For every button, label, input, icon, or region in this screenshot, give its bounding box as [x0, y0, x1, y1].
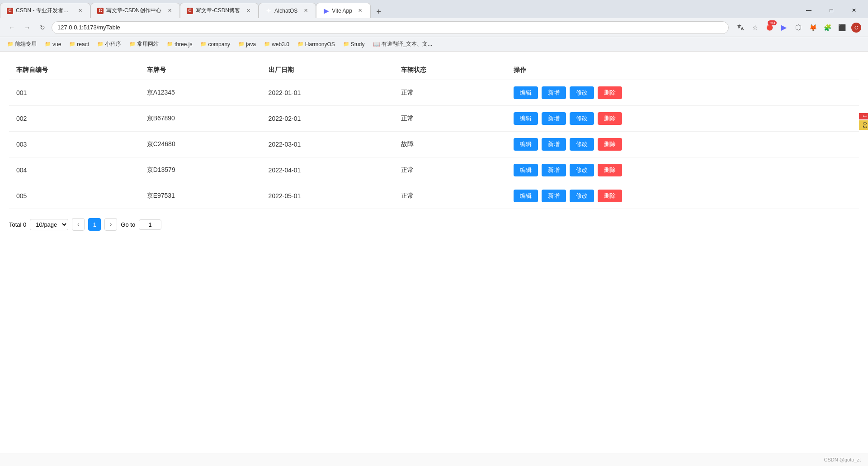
add-button[interactable]: 新增 [542, 190, 566, 202]
modify-button[interactable]: 修改 [570, 164, 594, 176]
tab-csdn2[interactable]: C 写文章-CSDN创作中心 ✕ [90, 3, 180, 18]
col-header-date: 出厂日期 [261, 61, 394, 80]
folder-icon-sites: 📁 [129, 41, 136, 47]
extension-icon-2[interactable]: ⬡ [792, 21, 805, 34]
page-next-button[interactable]: › [104, 218, 117, 231]
folder-icon-three: 📁 [167, 41, 173, 47]
add-button[interactable]: 新增 [542, 138, 566, 151]
folder-icon: 📁 [7, 41, 14, 47]
folder-icon-java: 📁 [238, 41, 245, 47]
bookmark-company[interactable]: 📁 company [197, 40, 234, 48]
footer: CSDN @goto_zt [0, 453, 868, 466]
cell-date: 2022-02-01 [261, 106, 394, 132]
translate-icon[interactable] [734, 21, 747, 34]
modify-button[interactable]: 修改 [570, 86, 594, 99]
edit-button[interactable]: 编辑 [514, 112, 538, 125]
add-button[interactable]: 新增 [542, 112, 566, 125]
page-size-select[interactable]: 10/page 20/page 50/page [30, 219, 68, 230]
tab-title-csdn2: 写文章-CSDN创作中心 [106, 7, 161, 14]
total-count: Total 0 [9, 221, 26, 228]
extension-icon-3[interactable]: 🦊 [807, 21, 819, 34]
edit-button[interactable]: 编辑 [514, 190, 538, 202]
delete-button[interactable]: 删除 [598, 164, 622, 176]
delete-button[interactable]: 删除 [598, 86, 622, 99]
edit-button[interactable]: 编辑 [514, 138, 538, 151]
pagination: Total 0 10/page 20/page 50/page ‹ 1 › Go… [0, 209, 868, 240]
cell-id: 004 [9, 157, 140, 183]
vehicle-table: 车牌自编号 车牌号 出厂日期 车辆状态 操作 001 京A12345 2022-… [9, 61, 859, 209]
new-tab-button[interactable]: + [373, 5, 385, 18]
bookmark-react[interactable]: 📁 react [66, 40, 93, 48]
cell-plate: 京E97531 [140, 183, 261, 209]
bookmark-harmony[interactable]: 📁 HarmonyOS [294, 40, 339, 48]
page-1-button[interactable]: 1 [88, 218, 101, 231]
goto-input[interactable] [139, 219, 161, 230]
tab-close-csdn1[interactable]: ✕ [76, 7, 84, 14]
edit-button[interactable]: 编辑 [514, 164, 538, 176]
notification-icon[interactable]: 🔴 +54 [763, 21, 776, 34]
tab-title-aichat: AIchatOS [274, 8, 297, 14]
minimize-button[interactable]: — [798, 3, 819, 18]
tab-close-csdn2[interactable]: ✕ [166, 7, 173, 14]
folder-icon-mini: 📁 [97, 41, 104, 47]
cell-plate: 京D13579 [140, 157, 261, 183]
bookmark-icon-youdao: 📖 [373, 41, 380, 48]
edit-button[interactable]: 编辑 [514, 86, 538, 99]
bookmark-vue[interactable]: 📁 vue [41, 40, 65, 48]
cell-status: 正常 [394, 106, 506, 132]
tab-csdn3[interactable]: C 写文章-CSDN博客 ✕ [180, 3, 259, 18]
tab-aichat[interactable]: ✦ AIchatOS ✕ [259, 3, 316, 18]
add-button[interactable]: 新增 [542, 86, 566, 99]
extension-icon-1[interactable]: ▶ [778, 21, 790, 34]
bookmark-threejs[interactable]: 📁 three.js [163, 40, 196, 48]
forward-button[interactable]: → [21, 21, 33, 34]
cell-status: 故障 [394, 132, 506, 157]
tab-favicon-vite: ▶ [323, 8, 329, 14]
bookmark-websites[interactable]: 📁 常用网站 [126, 39, 162, 49]
bookmark-frontend[interactable]: 📁 前端专用 [4, 39, 40, 49]
close-window-button[interactable]: ✕ [844, 3, 864, 18]
delete-button[interactable]: 删除 [598, 112, 622, 125]
modify-button[interactable]: 修改 [570, 112, 594, 125]
address-input[interactable] [52, 21, 729, 34]
bookmark-study[interactable]: 📁 Study [340, 40, 368, 48]
tab-close-aichat[interactable]: ✕ [302, 7, 309, 14]
profile-icon[interactable]: C [850, 21, 863, 34]
add-button[interactable]: 新增 [542, 164, 566, 176]
cell-id: 003 [9, 132, 140, 157]
table-row: 005 京E97531 2022-05-01 正常 编辑 新增 修改 删除 [9, 183, 859, 209]
cell-actions: 编辑 新增 修改 删除 [506, 80, 859, 106]
tab-csdn1[interactable]: C CSDN - 专业开发者社区 ✕ [0, 3, 90, 18]
delete-button[interactable]: 删除 [598, 138, 622, 151]
tab-close-csdn3[interactable]: ✕ [245, 7, 252, 14]
cell-actions: 编辑 新增 修改 删除 [506, 183, 859, 209]
extensions-button[interactable]: 🧩 [821, 21, 834, 34]
tab-title-vite: Vite App [332, 8, 352, 14]
right-float-panel: 1 0.2 [859, 113, 868, 130]
cell-date: 2022-01-01 [261, 80, 394, 106]
delete-button[interactable]: 删除 [598, 190, 622, 202]
table-row: 003 京C24680 2022-03-01 故障 编辑 新增 修改 删除 [9, 132, 859, 157]
cell-date: 2022-03-01 [261, 132, 394, 157]
tab-favicon-aichat: ✦ [265, 8, 272, 14]
bookmark-youdao[interactable]: 📖 有道翻译_文本、文... [369, 39, 436, 49]
bookmark-icon[interactable]: ☆ [749, 21, 761, 34]
sidebar-toggle[interactable]: ⬛ [835, 21, 848, 34]
reload-button[interactable]: ↻ [36, 21, 49, 34]
tab-vite[interactable]: ▶ Vite App ✕ [316, 3, 370, 18]
col-header-actions: 操作 [506, 61, 859, 80]
bookmark-web3[interactable]: 📁 web3.0 [260, 40, 293, 48]
modify-button[interactable]: 修改 [570, 190, 594, 202]
table-row: 001 京A12345 2022-01-01 正常 编辑 新增 修改 删除 [9, 80, 859, 106]
maximize-button[interactable]: □ [821, 3, 842, 18]
modify-button[interactable]: 修改 [570, 138, 594, 151]
cell-status: 正常 [394, 183, 506, 209]
page-prev-button[interactable]: ‹ [72, 218, 85, 231]
bookmark-miniprogram[interactable]: 📁 小程序 [94, 39, 125, 49]
float-val1: 1 [859, 113, 868, 119]
bookmark-java[interactable]: 📁 java [235, 40, 259, 48]
cell-status: 正常 [394, 80, 506, 106]
tab-close-vite[interactable]: ✕ [357, 7, 364, 14]
folder-icon-harmony: 📁 [297, 41, 304, 47]
back-button[interactable]: ← [5, 21, 18, 34]
